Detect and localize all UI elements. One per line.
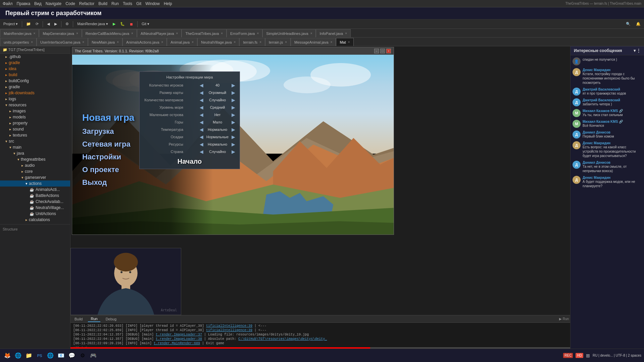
close-tab-rendercallback[interactable]: × (131, 32, 133, 35)
tree-images[interactable]: ▸ images (0, 108, 70, 114)
tree-idea[interactable]: ▸ idea (0, 66, 70, 72)
wg-arrow-left-rain[interactable]: ◀ (199, 134, 204, 140)
taskbar-files[interactable]: 📁 (24, 351, 34, 360)
tree-github[interactable]: ▸ .github (0, 54, 70, 60)
win-minimize[interactable]: – (374, 49, 379, 53)
toolbar-search[interactable]: 🔍 (624, 20, 633, 28)
wg-arrow-right-players[interactable]: ▶ (231, 83, 236, 88)
taskbar-photoshop[interactable]: PS (35, 351, 44, 360)
tree-textures[interactable]: ▸ textures (0, 132, 70, 138)
tree-logs[interactable]: ▸ logs (0, 96, 70, 102)
tree-buildconfig[interactable]: ▸ buildConfig (0, 78, 70, 84)
tab-mapgenerator[interactable]: MapGenerator.java × (39, 29, 82, 37)
wg-arrow-right-continents[interactable]: ▶ (231, 97, 236, 103)
toolbar-debug-btn[interactable]: 🐛 (118, 20, 127, 28)
menu-view[interactable]: Вид (34, 1, 42, 6)
menu-build[interactable]: Build (98, 1, 107, 6)
tab-greattribes[interactable]: TheGreatTribes.java × (182, 29, 227, 37)
taskbar-firefox[interactable]: 🦊 (3, 351, 12, 360)
tab-infopanel[interactable]: InfoPanel.java × (316, 29, 351, 37)
close-tab-mainrender[interactable]: × (34, 32, 36, 35)
toolbar-back[interactable]: ◀ (45, 20, 52, 28)
tree-animalsactions[interactable]: ☕ AnimalsActi... (0, 187, 70, 193)
close-tab-errorform[interactable]: × (257, 32, 259, 35)
console-tab-build[interactable]: Build (72, 316, 85, 322)
menu-refactor[interactable]: Refactor (79, 1, 94, 6)
tree-core[interactable]: ▸ core (0, 168, 70, 174)
menu-tools[interactable]: Tools (123, 1, 132, 6)
tab-uigame[interactable]: UserInterfaceGame.java × (37, 38, 88, 46)
taskbar-settings[interactable]: ⚙ (78, 351, 87, 360)
tree-resources[interactable]: ▾ resources (0, 102, 70, 108)
tree-main[interactable]: ▾ main (0, 144, 70, 150)
tree-thegreattribes[interactable]: ▾ thegreattribes (0, 156, 70, 162)
toolbar-settings[interactable]: ⚙ (63, 20, 71, 28)
wg-arrow-right-rain[interactable]: ▶ (231, 134, 236, 140)
menu-run[interactable]: Run (111, 1, 119, 6)
taskbar-email[interactable]: 📧 (56, 351, 66, 360)
taskbar-chrome[interactable]: 🌐 (13, 351, 23, 360)
toolbar-run-config[interactable]: MainRender.java ▾ (75, 20, 110, 28)
close-tab-aineutral[interactable]: × (176, 32, 178, 35)
wg-arrow-left-resources[interactable]: ◀ (199, 142, 204, 147)
wg-arrow-left-sealevel[interactable]: ◀ (199, 105, 204, 110)
tree-unitactions[interactable]: ☕ UnitActions (0, 211, 70, 217)
toolbar-forward[interactable]: ▶ (52, 20, 59, 28)
wg-arrow-right-country[interactable]: ▶ (231, 149, 236, 154)
menu-git[interactable]: Git (136, 1, 141, 6)
toolbar-sync[interactable]: ⟳ (34, 20, 41, 28)
project-dropdown[interactable]: Project ▾ (1, 20, 20, 28)
tree-build[interactable]: ▸ build (0, 72, 70, 78)
toolbar-open[interactable]: 📁 (24, 20, 33, 28)
tree-battleactions[interactable]: ☕ BattleActions (0, 193, 70, 199)
tree-gradle[interactable]: ▸ gradle (0, 60, 70, 66)
close-tab-mapgenerator[interactable]: × (76, 32, 78, 35)
taskbar-browser2[interactable]: 🌐 (46, 351, 55, 360)
tree-src[interactable]: ▾ src (0, 138, 70, 144)
menu-edit[interactable]: Правка (17, 1, 31, 6)
toolbar-stop-btn[interactable]: ⏹ (128, 20, 135, 28)
console-link-2[interactable]: tificialIntelligence:39 (206, 328, 252, 332)
tree-actions[interactable]: ▾ actions (0, 180, 70, 187)
tab-neutralvillage[interactable]: NeutralVillage.java × (197, 38, 239, 46)
tree-checkavail[interactable]: ☕ CheckAvailab... (0, 199, 70, 205)
wg-arrow-left-country[interactable]: ◀ (199, 149, 204, 154)
console-tab-debug[interactable]: Debug (103, 316, 119, 322)
tab-simpleunit[interactable]: SimpleUnitHeadlines.java × (262, 29, 316, 37)
close-tab-simpleunit[interactable]: × (310, 32, 312, 35)
tree-jdk[interactable]: ▸ jdk-downloads (0, 90, 70, 96)
menu-window[interactable]: Window (145, 1, 160, 6)
console-tab-run[interactable]: Run (88, 316, 100, 322)
win-close[interactable]: × (386, 49, 391, 53)
console-link-1[interactable]: tificialIntelligence:39 (206, 324, 252, 328)
tab-mainrender[interactable]: MainRender.java × (0, 29, 39, 37)
console-link-5[interactable]: t.render.MainRender:689 (154, 342, 200, 345)
tree-models[interactable]: ▸ models (0, 114, 70, 120)
tab-animalsactions[interactable]: AnimalsActions.java × (122, 38, 167, 46)
tab-animal[interactable]: Animal.java × (167, 38, 197, 46)
wg-arrow-left-players[interactable]: ◀ (199, 83, 204, 88)
wg-arrow-right-islands[interactable]: ▶ (231, 112, 236, 117)
wg-arrow-right-temperature[interactable]: ▶ (231, 127, 236, 132)
wg-arrow-left-temperature[interactable]: ◀ (199, 127, 204, 132)
taskbar-windows[interactable]: ⊞ (586, 353, 590, 358)
tree-neutralvillage[interactable]: ☕ NeutralVillage... (0, 205, 70, 211)
wg-arrow-left-mapsize[interactable]: ◀ (199, 90, 204, 95)
toolbar-git[interactable]: Git ▾ (140, 20, 151, 28)
tree-audio[interactable]: ▸ audio (0, 162, 70, 168)
tab-mat[interactable]: Mat × (336, 38, 353, 46)
tree-sound[interactable]: ▸ sound (0, 126, 70, 132)
wg-arrow-right-mountains[interactable]: ▶ (231, 119, 236, 125)
toolbar-run-btn[interactable]: ▶ (111, 20, 117, 28)
tab-rendercallback[interactable]: RenderCallBackMenu.java × (82, 29, 137, 37)
tab-units-prop[interactable]: units.properties × (0, 38, 37, 46)
start-game-button[interactable]: Начало (143, 158, 236, 165)
game-window[interactable]: The Great Tribes. Version: 0.1.1. Revisi… (72, 47, 394, 235)
wg-arrow-right-mapsize[interactable]: ▶ (231, 90, 236, 95)
taskbar-discord[interactable]: 💬 (67, 351, 77, 360)
menu-exit[interactable]: Выход (82, 178, 203, 187)
console-link-path[interactable]: C:\GitHub\TGT\resources\images\deitys\de… (238, 337, 327, 341)
close-tab-infopanel[interactable]: × (345, 32, 347, 35)
wg-arrow-right-sealevel[interactable]: ▶ (231, 105, 236, 110)
tab-aineutral[interactable]: AINeutralPlayer.java × (137, 29, 182, 37)
